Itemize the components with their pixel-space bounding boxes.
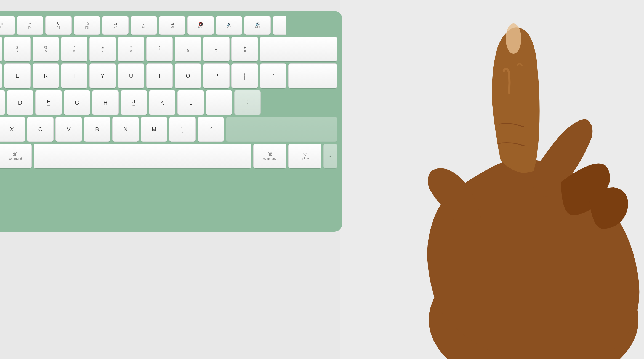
key-cmd-left[interactable]: ⌘ command bbox=[0, 144, 32, 168]
key-f11[interactable]: 🔉 F11 bbox=[216, 16, 242, 35]
key-p[interactable]: P bbox=[203, 63, 230, 88]
number-key-row: # 3 $ 4 % 5 ^ 6 & 7 * 8 bbox=[0, 37, 337, 61]
key-close-bracket[interactable]: } ] bbox=[260, 63, 286, 88]
key-tab-partial[interactable] bbox=[0, 63, 2, 88]
key-b[interactable]: B bbox=[84, 117, 110, 142]
bottom-key-row: ⌘ command ⌘ command ⌥ option ▲ bbox=[0, 144, 337, 168]
key-c[interactable]: C bbox=[27, 117, 54, 142]
key-f5[interactable]: 🎙 F5 bbox=[45, 16, 72, 35]
keyboard-inner: ⊞ F3 ⌕ F4 🎙 F5 ☽ F6 ⏮ F7 ⏯ F8 bbox=[0, 16, 337, 226]
a-key-row: D F — G H J — K L : ; bbox=[0, 90, 337, 115]
z-key-row: X C V B N M < , > . bbox=[0, 117, 337, 142]
key-equals[interactable]: + = bbox=[231, 37, 258, 61]
key-y[interactable]: Y bbox=[89, 63, 116, 88]
key-d[interactable]: D bbox=[7, 90, 33, 115]
key-comma[interactable]: < , bbox=[169, 117, 196, 142]
key-cmd-right[interactable]: ⌘ command bbox=[253, 144, 286, 168]
key-return-partial[interactable] bbox=[288, 63, 337, 88]
key-7[interactable]: & 7 bbox=[89, 37, 116, 61]
key-caps-partial[interactable] bbox=[0, 90, 5, 115]
key-i[interactable]: I bbox=[146, 63, 173, 88]
key-delete-partial[interactable] bbox=[260, 37, 337, 61]
key-f10[interactable]: 🔇 F10 bbox=[187, 16, 214, 35]
key-f12[interactable]: 🔊 F12 bbox=[244, 16, 271, 35]
key-0[interactable]: ) 0 bbox=[175, 37, 201, 61]
key-minus[interactable]: _ - bbox=[203, 37, 230, 61]
key-v[interactable]: V bbox=[55, 117, 82, 142]
key-f3[interactable]: ⊞ F3 bbox=[0, 16, 15, 35]
key-f7[interactable]: ⏮ F7 bbox=[102, 16, 129, 35]
key-8[interactable]: * 8 bbox=[118, 37, 144, 61]
key-f6[interactable]: ☽ F6 bbox=[74, 16, 100, 35]
key-open-bracket[interactable]: { [ bbox=[231, 63, 258, 88]
key-f8[interactable]: ⏯ F8 bbox=[131, 16, 157, 35]
key-u[interactable]: U bbox=[118, 63, 144, 88]
key-r[interactable]: R bbox=[33, 63, 59, 88]
keyboard-body: ⊞ F3 ⌕ F4 🎙 F5 ☽ F6 ⏮ F7 ⏯ F8 bbox=[0, 11, 342, 232]
key-option[interactable]: ⌥ option bbox=[288, 144, 321, 168]
key-spacebar[interactable] bbox=[34, 144, 251, 168]
key-6[interactable]: ^ 6 bbox=[61, 37, 87, 61]
key-h[interactable]: H bbox=[92, 90, 119, 115]
key-k[interactable]: K bbox=[149, 90, 175, 115]
q-key-row: E R T Y U I O P { bbox=[0, 63, 337, 88]
key-5[interactable]: % 5 bbox=[33, 37, 59, 61]
key-n[interactable]: N bbox=[112, 117, 139, 142]
key-g[interactable]: G bbox=[64, 90, 90, 115]
key-9[interactable]: ( 9 bbox=[146, 37, 173, 61]
key-4[interactable]: $ 4 bbox=[4, 37, 31, 61]
key-f4[interactable]: ⌕ F4 bbox=[17, 16, 43, 35]
key-f9[interactable]: ⏭ F9 bbox=[159, 16, 185, 35]
key-l[interactable]: L bbox=[177, 90, 204, 115]
key-power-partial[interactable] bbox=[273, 16, 286, 35]
bg-right bbox=[340, 0, 644, 359]
key-t[interactable]: T bbox=[61, 63, 87, 88]
key-m[interactable]: M bbox=[141, 117, 167, 142]
key-f[interactable]: F — bbox=[35, 90, 62, 115]
key-period[interactable]: > . bbox=[198, 117, 224, 142]
key-e[interactable]: E bbox=[4, 63, 31, 88]
key-3-partial[interactable]: # 3 bbox=[0, 37, 2, 61]
key-quote[interactable]: " ' bbox=[234, 90, 261, 115]
key-j[interactable]: J — bbox=[121, 90, 147, 115]
key-x[interactable]: X bbox=[0, 117, 25, 142]
key-semicolon[interactable]: : ; bbox=[206, 90, 232, 115]
key-slash-partial[interactable] bbox=[226, 117, 337, 142]
key-o[interactable]: O bbox=[175, 63, 201, 88]
key-arrow-up-partial[interactable]: ▲ bbox=[323, 144, 337, 168]
f-key-row: ⊞ F3 ⌕ F4 🎙 F5 ☽ F6 ⏮ F7 ⏯ F8 bbox=[0, 16, 337, 35]
